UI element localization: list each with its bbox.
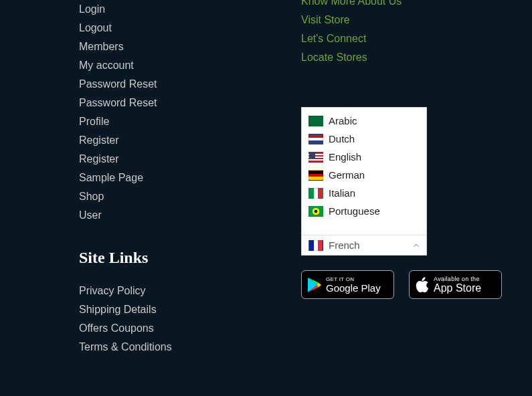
google-play-top-text: GET IT ON — [326, 277, 381, 282]
footer-link[interactable]: My account — [79, 56, 301, 75]
footer-link[interactable]: Shop — [79, 187, 301, 206]
footer-link[interactable]: Privacy Policy — [79, 282, 301, 300]
app-store-badges: GET IT ON Google Play Available on the A… — [301, 270, 502, 299]
flag-icon — [308, 188, 323, 199]
language-option-label: German — [329, 169, 365, 181]
language-option[interactable]: Arabic — [302, 112, 426, 130]
app-store-bottom-text: App Store — [434, 283, 481, 294]
footer-link[interactable]: Password Reset — [79, 75, 301, 94]
flag-icon — [308, 134, 323, 144]
footer-link[interactable]: Sample Page — [79, 169, 301, 187]
account-links-list: LoginLogoutMembersMy accountPassword Res… — [79, 0, 301, 225]
language-option-label: Arabic — [329, 115, 357, 126]
language-selected-toggle[interactable]: French — [302, 235, 426, 255]
footer-link[interactable]: Offers Coupons — [79, 319, 301, 338]
footer-link[interactable]: Register — [79, 131, 301, 150]
flag-icon — [308, 240, 323, 251]
google-play-bottom-text: Google Play — [326, 283, 381, 293]
flag-icon — [308, 116, 323, 126]
info-links-list: Know More About UsVisit StoreLet's Conne… — [301, 0, 502, 67]
language-option[interactable]: German — [302, 166, 426, 184]
language-selected-label: French — [329, 239, 360, 251]
language-option-label: Italian — [329, 187, 355, 199]
google-play-icon — [307, 277, 322, 293]
app-store-badge[interactable]: Available on the App Store — [409, 270, 502, 299]
language-option[interactable]: English — [302, 148, 426, 166]
language-option-label: Dutch — [329, 133, 355, 144]
footer-link[interactable]: Shipping Details — [79, 300, 301, 319]
footer-link[interactable]: Register — [79, 150, 301, 169]
site-links-heading: Site Links — [79, 249, 301, 267]
footer-link[interactable]: Let's Connect — [301, 29, 502, 48]
language-option[interactable]: Dutch — [302, 130, 426, 148]
flag-icon — [308, 152, 323, 163]
apple-icon — [415, 276, 430, 294]
language-option-label: English — [329, 151, 361, 163]
footer-link[interactable]: Login — [79, 0, 301, 19]
footer-link[interactable]: Terms & Conditions — [79, 338, 301, 357]
footer-link[interactable]: Visit Store — [301, 11, 502, 29]
site-links-list: Privacy PolicyShipping DetailsOffers Cou… — [79, 282, 301, 357]
flag-icon — [308, 170, 323, 181]
footer-link[interactable]: User — [79, 206, 301, 225]
language-option[interactable]: Portuguese — [302, 202, 426, 220]
footer-link[interactable]: Profile — [79, 112, 301, 131]
language-switcher[interactable]: ArabicDutchEnglishGermanItalianPortugues… — [301, 107, 427, 256]
footer-link[interactable]: Locate Stores — [301, 48, 502, 67]
google-play-badge[interactable]: GET IT ON Google Play — [301, 270, 394, 299]
footer-link[interactable]: Logout — [79, 19, 301, 37]
flag-icon — [308, 206, 323, 217]
language-option[interactable]: Italian — [302, 184, 426, 202]
app-store-top-text: Available on the — [434, 276, 481, 282]
language-option-label: Portuguese — [329, 205, 380, 217]
footer-link[interactable]: Know More About Us — [301, 0, 502, 11]
language-options-scroll[interactable]: ArabicDutchEnglishGermanItalianPortugues… — [302, 108, 426, 235]
footer-link[interactable]: Password Reset — [79, 94, 301, 112]
chevron-up-icon — [412, 241, 421, 250]
footer-link[interactable]: Members — [79, 37, 301, 56]
